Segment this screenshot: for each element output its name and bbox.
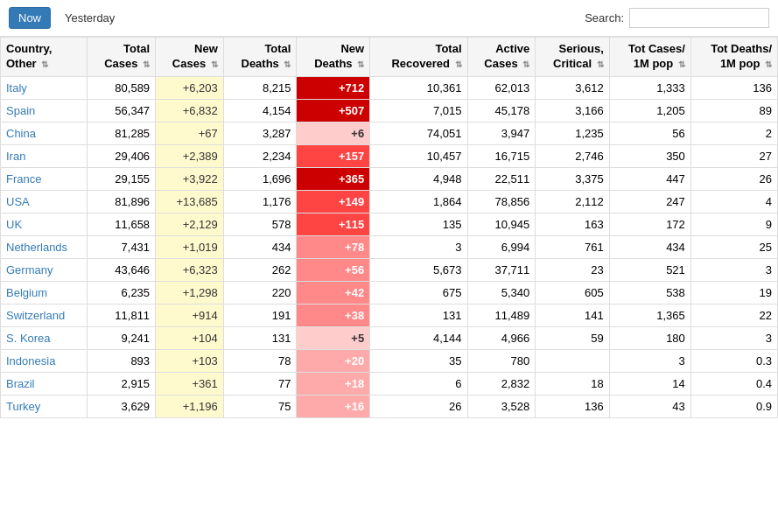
cell-tot-deaths-1m: 25 bbox=[690, 235, 777, 258]
cell-total-recovered: 6 bbox=[370, 372, 467, 395]
sort-icon-new-deaths: ⇅ bbox=[357, 59, 364, 70]
cell-new-deaths: +56 bbox=[297, 258, 370, 281]
table-row: USA81,896+13,6851,176+1491,86478,8562,11… bbox=[1, 190, 778, 213]
sort-icon-serious-critical: ⇅ bbox=[597, 59, 604, 70]
cell-total-cases: 43,646 bbox=[88, 258, 156, 281]
cell-tot-cases-1m: 1,205 bbox=[609, 99, 690, 122]
cell-tot-deaths-1m: 3 bbox=[690, 326, 777, 349]
cell-new-deaths: +18 bbox=[297, 372, 370, 395]
cell-new-cases: +1,298 bbox=[156, 281, 224, 304]
country-link[interactable]: Switzerland bbox=[6, 309, 65, 322]
cell-total-deaths: 262 bbox=[223, 258, 297, 281]
table-row: France29,155+3,9221,696+3654,94822,5113,… bbox=[1, 167, 778, 190]
country-link[interactable]: Turkey bbox=[6, 400, 40, 413]
cell-new-deaths: +149 bbox=[297, 190, 370, 213]
cell-serious-critical: 3,612 bbox=[536, 76, 610, 99]
cell-total-recovered: 10,457 bbox=[370, 144, 467, 167]
cell-tot-deaths-1m: 4 bbox=[690, 190, 777, 213]
cell-country: Switzerland bbox=[1, 304, 88, 326]
country-link[interactable]: Belgium bbox=[6, 286, 47, 299]
cell-tot-cases-1m: 447 bbox=[609, 167, 690, 190]
col-total-recovered[interactable]: TotalRecovered ⇅ bbox=[370, 38, 467, 77]
cell-tot-cases-1m: 14 bbox=[609, 372, 690, 395]
country-link[interactable]: France bbox=[6, 172, 41, 186]
cell-tot-cases-1m: 3 bbox=[609, 349, 690, 372]
col-serious-critical[interactable]: Serious,Critical ⇅ bbox=[536, 38, 610, 77]
col-total-deaths[interactable]: TotalDeaths ⇅ bbox=[223, 38, 297, 77]
cell-total-deaths: 77 bbox=[223, 372, 297, 395]
country-link[interactable]: Germany bbox=[6, 263, 53, 276]
cell-new-cases: +6,832 bbox=[156, 99, 224, 122]
cell-total-deaths: 4,154 bbox=[223, 99, 297, 122]
cell-active-cases: 11,489 bbox=[467, 304, 536, 326]
cell-tot-cases-1m: 43 bbox=[609, 395, 690, 417]
table-header-row: Country,Other ⇅ TotalCases ⇅ NewCases ⇅ … bbox=[1, 38, 778, 77]
col-new-deaths[interactable]: NewDeaths ⇅ bbox=[297, 38, 370, 77]
country-link[interactable]: UK bbox=[6, 218, 22, 231]
yesterday-button[interactable]: Yesterday bbox=[58, 8, 122, 28]
col-new-cases[interactable]: NewCases ⇅ bbox=[156, 38, 224, 77]
country-link[interactable]: S. Korea bbox=[6, 332, 51, 345]
cell-active-cases: 78,856 bbox=[467, 190, 536, 213]
cell-serious-critical: 23 bbox=[536, 258, 610, 281]
cell-total-recovered: 4,948 bbox=[370, 167, 467, 190]
cell-total-recovered: 74,051 bbox=[370, 122, 467, 144]
cell-active-cases: 45,178 bbox=[467, 99, 536, 122]
table-row: Turkey3,629+1,19675+16263,528136430.9 bbox=[1, 395, 778, 417]
col-active-cases[interactable]: ActiveCases ⇅ bbox=[467, 38, 536, 77]
country-link[interactable]: Spain bbox=[6, 104, 35, 117]
sort-icon-tot-deaths-1m: ⇅ bbox=[765, 59, 772, 70]
cell-total-deaths: 131 bbox=[223, 326, 297, 349]
cell-tot-deaths-1m: 0.3 bbox=[690, 349, 777, 372]
cell-total-deaths: 75 bbox=[223, 395, 297, 417]
country-link[interactable]: Netherlands bbox=[6, 241, 67, 254]
country-link[interactable]: Italy bbox=[6, 81, 27, 94]
cell-total-cases: 81,285 bbox=[88, 122, 156, 144]
toolbar: Now Yesterday Search: bbox=[0, 0, 778, 37]
country-link[interactable]: China bbox=[6, 127, 36, 140]
sort-icon-active-cases: ⇅ bbox=[522, 59, 529, 70]
cell-country: China bbox=[1, 122, 88, 144]
cell-country: Turkey bbox=[1, 395, 88, 417]
table-row: Belgium6,235+1,298220+426755,34060553819 bbox=[1, 281, 778, 304]
cell-total-recovered: 131 bbox=[370, 304, 467, 326]
col-country[interactable]: Country,Other ⇅ bbox=[1, 38, 88, 77]
col-tot-cases-1m[interactable]: Tot Cases/1M pop ⇅ bbox=[609, 38, 690, 77]
cell-serious-critical: 761 bbox=[536, 235, 610, 258]
cell-total-deaths: 2,234 bbox=[223, 144, 297, 167]
cell-tot-deaths-1m: 27 bbox=[690, 144, 777, 167]
country-link[interactable]: Iran bbox=[6, 150, 25, 163]
country-link[interactable]: Brazil bbox=[6, 377, 35, 390]
country-link[interactable]: Indonesia bbox=[6, 354, 55, 368]
table-row: Netherlands7,431+1,019434+7836,994761434… bbox=[1, 235, 778, 258]
cell-active-cases: 3,528 bbox=[467, 395, 536, 417]
cell-country: Italy bbox=[1, 76, 88, 99]
search-input[interactable] bbox=[629, 8, 769, 28]
cell-total-recovered: 35 bbox=[370, 349, 467, 372]
cell-tot-deaths-1m: 0.9 bbox=[690, 395, 777, 417]
cell-total-recovered: 7,015 bbox=[370, 99, 467, 122]
cell-total-deaths: 434 bbox=[223, 235, 297, 258]
cell-new-deaths: +365 bbox=[297, 167, 370, 190]
now-button[interactable]: Now bbox=[9, 7, 51, 29]
cell-new-deaths: +20 bbox=[297, 349, 370, 372]
cell-total-cases: 2,915 bbox=[88, 372, 156, 395]
cell-new-cases: +1,196 bbox=[156, 395, 224, 417]
cell-serious-critical: 1,235 bbox=[536, 122, 610, 144]
cell-new-cases: +914 bbox=[156, 304, 224, 326]
cell-tot-deaths-1m: 19 bbox=[690, 281, 777, 304]
cell-country: Belgium bbox=[1, 281, 88, 304]
cell-total-cases: 29,155 bbox=[88, 167, 156, 190]
cell-tot-deaths-1m: 3 bbox=[690, 258, 777, 281]
col-total-cases[interactable]: TotalCases ⇅ bbox=[88, 38, 156, 77]
cell-total-recovered: 5,673 bbox=[370, 258, 467, 281]
cell-total-deaths: 1,696 bbox=[223, 167, 297, 190]
cell-tot-deaths-1m: 89 bbox=[690, 99, 777, 122]
cell-tot-cases-1m: 180 bbox=[609, 326, 690, 349]
country-link[interactable]: USA bbox=[6, 195, 30, 208]
col-tot-deaths-1m[interactable]: Tot Deaths/1M pop ⇅ bbox=[690, 38, 777, 77]
cell-total-cases: 7,431 bbox=[88, 235, 156, 258]
cell-total-recovered: 26 bbox=[370, 395, 467, 417]
cell-total-cases: 80,589 bbox=[88, 76, 156, 99]
cell-serious-critical: 605 bbox=[536, 281, 610, 304]
